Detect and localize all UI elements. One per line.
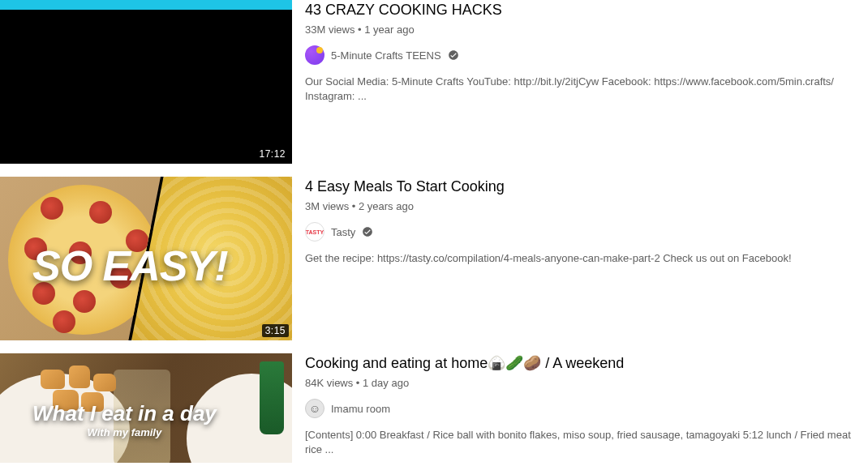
video-meta: 84K views • 1 day ago [305,377,852,389]
video-title[interactable]: 43 CRAZY COOKING HACKS [305,0,852,20]
video-thumbnail[interactable]: 17:12 [0,0,292,164]
video-title[interactable]: Cooking and eating at home🍙🥒🥔 / A weeken… [305,353,852,374]
channel-link[interactable]: TASTY Tasty [305,222,852,242]
channel-link[interactable]: 5-Minute Crafts TEENS [305,45,852,65]
channel-name[interactable]: Tasty [331,226,355,238]
verified-icon [448,49,459,61]
thumbnail-overlay-text: SO EASY! [32,242,228,290]
channel-link[interactable]: ☺ Imamu room [305,399,852,418]
video-meta: 33M views • 1 year ago [305,24,852,36]
video-description: Get the recipe: https://tasty.co/compila… [305,251,852,266]
verified-icon [362,226,373,237]
channel-name[interactable]: Imamu room [331,403,390,415]
channel-avatar[interactable] [305,45,324,65]
video-thumbnail[interactable]: What I eat in a day With my family [0,353,292,463]
video-result[interactable]: 17:12 43 CRAZY COOKING HACKS 33M views •… [0,0,868,164]
channel-avatar[interactable]: TASTY [305,222,324,242]
video-result[interactable]: What I eat in a day With my family Cooki… [0,353,868,463]
video-description: Our Social Media: 5-Minute Crafts YouTub… [305,75,852,104]
video-description: [Contents] 0:00 Breakfast / Rice ball wi… [305,428,852,457]
duration-badge: 3:15 [262,324,289,337]
duration-badge: 17:12 [256,147,289,160]
video-meta: 3M views • 2 years ago [305,200,852,212]
channel-name[interactable]: 5-Minute Crafts TEENS [331,49,441,62]
channel-avatar[interactable]: ☺ [305,399,324,418]
thumbnail-overlay-text: What I eat in a day With my family [32,401,217,438]
video-result[interactable]: SO EASY! 3:15 4 Easy Meals To Start Cook… [0,177,868,340]
video-title[interactable]: 4 Easy Meals To Start Cooking [305,177,852,197]
video-thumbnail[interactable]: SO EASY! 3:15 [0,177,292,340]
